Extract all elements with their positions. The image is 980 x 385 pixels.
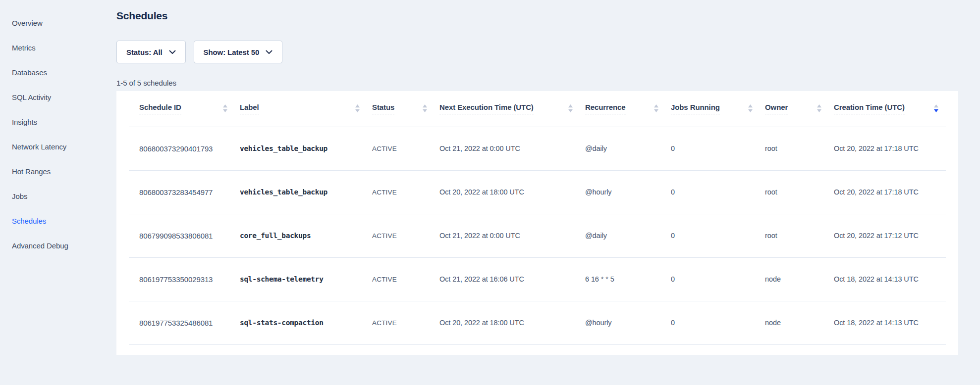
cell-jobs-running: 0 — [671, 257, 765, 301]
column-label: Recurrence — [585, 103, 626, 114]
column-label: Owner — [765, 103, 788, 114]
cell-next-execution: Oct 21, 2022 at 0:00 UTC — [439, 214, 585, 257]
column-header-recurrence[interactable]: Recurrence — [585, 91, 671, 127]
cell-jobs-running: 0 — [671, 170, 765, 214]
page-title: Schedules — [116, 10, 958, 22]
column-label: Jobs Running — [671, 103, 720, 114]
table-row: 806800373283454977vehicles_table_backupA… — [129, 170, 946, 214]
schedules-table: Schedule IDLabelStatusNext Execution Tim… — [129, 91, 946, 345]
sort-icon — [222, 103, 228, 114]
table-row: 806799098533806081core_full_backupsACTIV… — [129, 214, 946, 257]
cell-label: vehicles_table_backup — [240, 127, 372, 170]
cell-label: vehicles_table_backup — [240, 170, 372, 214]
sidebar-item-schedules[interactable]: Schedules — [0, 208, 105, 233]
cell-status: ACTIVE — [372, 127, 439, 170]
cell-owner: root — [765, 214, 834, 257]
schedules-table-card: Schedule IDLabelStatusNext Execution Tim… — [116, 91, 958, 355]
cell-label: sql-schema-telemetry — [240, 257, 372, 301]
sidebar-item-overview[interactable]: Overview — [0, 10, 105, 35]
table-row: 806197753325486081sql-stats-compactionAC… — [129, 301, 946, 344]
sort-icon — [568, 103, 573, 114]
sidebar-item-insights[interactable]: Insights — [0, 109, 105, 134]
column-label: Schedule ID — [139, 103, 181, 114]
cell-status: ACTIVE — [372, 257, 439, 301]
sort-icon — [653, 103, 659, 114]
cell-next-execution: Oct 21, 2022 at 16:06 UTC — [439, 257, 585, 301]
sidebar-item-metrics[interactable]: Metrics — [0, 35, 105, 60]
cell-schedule-id: 806800373290401793 — [129, 127, 240, 170]
sidebar: OverviewMetricsDatabasesSQL ActivityInsi… — [0, 0, 105, 385]
status-filter-dropdown[interactable]: Status: All — [116, 41, 186, 63]
column-label: Creation Time (UTC) — [834, 103, 905, 114]
status-filter-label: Status: All — [126, 48, 163, 56]
cell-owner: node — [765, 301, 834, 344]
column-header-jobs-running[interactable]: Jobs Running — [671, 91, 765, 127]
column-header-creation-time-utc[interactable]: Creation Time (UTC) — [834, 91, 946, 127]
cell-status: ACTIVE — [372, 301, 439, 344]
cell-status: ACTIVE — [372, 170, 439, 214]
chevron-down-icon — [266, 50, 272, 54]
cell-recurrence: @daily — [585, 127, 671, 170]
show-filter-label: Show: Latest 50 — [204, 48, 260, 56]
cell-status: ACTIVE — [372, 214, 439, 257]
sort-desc-active-icon — [933, 103, 939, 114]
cell-next-execution: Oct 21, 2022 at 0:00 UTC — [439, 127, 585, 170]
sidebar-item-sql-activity[interactable]: SQL Activity — [0, 85, 105, 109]
cell-creation-time: Oct 20, 2022 at 17:12 UTC — [834, 214, 946, 257]
cell-label: sql-stats-compaction — [240, 301, 372, 344]
sidebar-item-jobs[interactable]: Jobs — [0, 184, 105, 208]
sort-icon — [355, 103, 360, 114]
column-label: Label — [240, 103, 259, 114]
cell-creation-time: Oct 20, 2022 at 17:18 UTC — [834, 127, 946, 170]
sidebar-item-hot-ranges[interactable]: Hot Ranges — [0, 159, 105, 184]
filter-row: Status: All Show: Latest 50 — [116, 41, 958, 63]
cell-jobs-running: 0 — [671, 127, 765, 170]
cell-schedule-id: 806197753325486081 — [129, 301, 240, 344]
cell-recurrence: @daily — [585, 214, 671, 257]
table-body: 806800373290401793vehicles_table_backupA… — [129, 127, 946, 344]
cell-recurrence: @hourly — [585, 170, 671, 214]
column-header-schedule-id[interactable]: Schedule ID — [129, 91, 240, 127]
cell-jobs-running: 0 — [671, 301, 765, 344]
table-row: 806197753350029313sql-schema-telemetryAC… — [129, 257, 946, 301]
column-header-owner[interactable]: Owner — [765, 91, 834, 127]
cell-creation-time: Oct 18, 2022 at 14:13 UTC — [834, 301, 946, 344]
sidebar-item-advanced-debug[interactable]: Advanced Debug — [0, 233, 105, 258]
show-filter-dropdown[interactable]: Show: Latest 50 — [194, 41, 283, 63]
cell-recurrence: 6 16 * * 5 — [585, 257, 671, 301]
main-content: Schedules Status: All Show: Latest 50 1-… — [116, 0, 958, 355]
cell-creation-time: Oct 20, 2022 at 17:18 UTC — [834, 170, 946, 214]
sort-icon — [748, 103, 753, 114]
sort-icon — [422, 103, 428, 114]
column-header-label[interactable]: Label — [240, 91, 372, 127]
cell-recurrence: @hourly — [585, 301, 671, 344]
cell-next-execution: Oct 20, 2022 at 18:00 UTC — [439, 170, 585, 214]
cell-jobs-running: 0 — [671, 214, 765, 257]
cell-owner: root — [765, 127, 834, 170]
column-header-status[interactable]: Status — [372, 91, 439, 127]
column-label: Status — [372, 103, 394, 114]
sidebar-item-databases[interactable]: Databases — [0, 60, 105, 85]
results-count: 1-5 of 5 schedules — [116, 79, 958, 87]
cell-schedule-id: 806197753350029313 — [129, 257, 240, 301]
cell-owner: node — [765, 257, 834, 301]
sidebar-item-network-latency[interactable]: Network Latency — [0, 134, 105, 159]
column-header-next-execution-time-utc[interactable]: Next Execution Time (UTC) — [439, 91, 585, 127]
table-row: 806800373290401793vehicles_table_backupA… — [129, 127, 946, 170]
sidebar-nav: OverviewMetricsDatabasesSQL ActivityInsi… — [0, 10, 105, 258]
cell-label: core_full_backups — [240, 214, 372, 257]
column-label: Next Execution Time (UTC) — [439, 103, 534, 114]
cell-owner: root — [765, 170, 834, 214]
table-header-row: Schedule IDLabelStatusNext Execution Tim… — [129, 91, 946, 127]
cell-schedule-id: 806800373283454977 — [129, 170, 240, 214]
cell-creation-time: Oct 18, 2022 at 14:13 UTC — [834, 257, 946, 301]
sort-icon — [817, 103, 822, 114]
chevron-down-icon — [169, 50, 176, 54]
cell-schedule-id: 806799098533806081 — [129, 214, 240, 257]
cell-next-execution: Oct 20, 2022 at 18:00 UTC — [439, 301, 585, 344]
